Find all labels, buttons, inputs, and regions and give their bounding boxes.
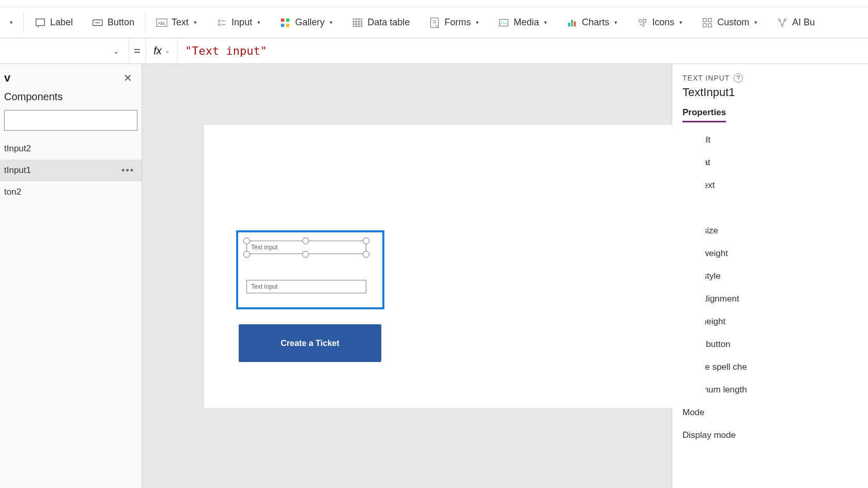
svg-rect-11 — [286, 18, 289, 21]
prop-clearbutton[interactable]: Clear button — [683, 339, 868, 350]
close-icon[interactable]: ✕ — [123, 72, 132, 84]
tab-properties[interactable]: Properties — [683, 107, 726, 122]
selection-handle[interactable] — [302, 251, 309, 258]
datatable-icon — [352, 17, 363, 28]
ribbon-text[interactable]: Abc Text ▾ — [146, 7, 206, 38]
ribbon-button[interactable]: Button — [82, 7, 144, 38]
ribbon-forms-text: Forms — [444, 17, 471, 28]
chevron-down-icon: ▾ — [330, 19, 333, 26]
ribbon-input[interactable]: Input ▾ — [206, 7, 270, 38]
chevron-down-icon: ▾ — [614, 19, 617, 26]
help-icon[interactable]: ? — [734, 73, 743, 83]
prop-textalignment[interactable]: Text alignment — [683, 294, 868, 304]
prop-format[interactable]: Format — [683, 158, 868, 168]
prop-displaymode[interactable]: Display mode — [683, 430, 868, 440]
tree-item-textinput2[interactable]: tInput2 — [0, 138, 142, 160]
ribbon-custom[interactable]: Custom ▾ — [692, 7, 767, 38]
svg-rect-27 — [643, 19, 646, 22]
textinput-placeholder: Text input — [251, 283, 277, 290]
ribbon-gallery[interactable]: Gallery ▾ — [270, 7, 342, 38]
tree-item-label: ton2 — [4, 187, 21, 197]
selection-handle[interactable] — [363, 251, 369, 258]
prop-lineheight[interactable]: Line height — [683, 317, 868, 327]
ribbon-label-text: Label — [50, 17, 73, 28]
more-icon[interactable]: ••• — [121, 165, 134, 176]
ribbon-label[interactable]: Label — [25, 7, 82, 38]
work-area: v ✕ Components tInput2 tInput1 ••• ton2 … — [0, 64, 868, 488]
chevron-down-icon: ▾ — [257, 19, 260, 26]
svg-rect-31 — [703, 23, 706, 26]
prop-default[interactable]: Default — [683, 135, 868, 145]
tree-search-input[interactable] — [4, 110, 137, 131]
svg-rect-0 — [36, 19, 45, 25]
chevron-down-icon: ▾ — [10, 19, 13, 26]
tree-list: tInput2 tInput1 ••• ton2 — [0, 138, 142, 488]
aibuilder-icon — [777, 17, 788, 28]
svg-rect-24 — [571, 20, 573, 26]
charts-icon — [566, 17, 578, 28]
tree-section-label[interactable]: Components — [0, 88, 142, 110]
ribbon-icons-text: Icons — [652, 17, 674, 28]
button-label: Create a Ticket — [281, 339, 339, 348]
ribbon-media-text: Media — [514, 17, 539, 28]
prop-fontweight[interactable]: Font weight — [683, 248, 868, 259]
prop-mode[interactable]: Mode — [683, 407, 868, 418]
svg-point-6 — [219, 20, 221, 22]
tree-view-panel: v ✕ Components tInput2 tInput1 ••• ton2 — [0, 64, 142, 488]
prop-maxlength[interactable]: Maximum length — [683, 385, 868, 395]
tree-item-textinput1[interactable]: tInput1 ••• — [0, 160, 142, 181]
app-screen[interactable]: Text input Text input Create a Ticket — [204, 125, 705, 408]
fx-button[interactable]: fx ⌄ — [146, 38, 178, 64]
create-ticket-button[interactable]: Create a Ticket — [239, 324, 381, 362]
tree-item-label: tInput1 — [4, 165, 31, 176]
selection-handle[interactable] — [302, 238, 309, 244]
svg-point-26 — [639, 19, 642, 22]
media-icon — [498, 17, 509, 28]
separator — [145, 12, 145, 33]
ribbon-aibuilder[interactable]: AI Bu — [767, 7, 824, 38]
selection-handle[interactable] — [243, 238, 250, 244]
insert-ribbon: ▾ Label Button Abc Text ▾ Input ▾ Galler… — [0, 7, 868, 38]
svg-rect-10 — [281, 18, 284, 21]
svg-point-35 — [781, 24, 783, 26]
ribbon-gallery-text: Gallery — [295, 17, 324, 28]
ribbon-icons[interactable]: +2 Icons ▾ — [627, 7, 692, 38]
textinput-2[interactable]: Text input — [246, 280, 366, 293]
selection-handle[interactable] — [363, 238, 369, 244]
equals-sign: = — [129, 38, 146, 64]
ribbon-media[interactable]: Media ▾ — [488, 7, 556, 38]
control-name[interactable]: TextInput1 — [683, 86, 868, 99]
ribbon-more[interactable]: ▾ — [3, 7, 22, 38]
properties-list: Default Format Hint text Font Font size … — [683, 135, 868, 440]
input-icon — [216, 17, 227, 28]
ribbon-forms[interactable]: Forms ▾ — [419, 7, 488, 38]
ribbon-custom-text: Custom — [717, 17, 749, 28]
svg-point-8 — [219, 23, 221, 25]
svg-rect-23 — [568, 23, 570, 26]
text-icon: Abc — [156, 18, 167, 27]
ribbon-text-text: Text — [172, 17, 189, 28]
ribbon-charts[interactable]: Charts ▾ — [556, 7, 627, 38]
forms-icon — [429, 17, 440, 28]
prop-fontsize[interactable]: Font size — [683, 226, 868, 236]
property-selector[interactable]: ⌄ — [0, 38, 129, 64]
svg-rect-12 — [281, 23, 284, 26]
prop-font[interactable]: Font — [683, 203, 868, 213]
ribbon-aibuilder-text: AI Bu — [792, 17, 815, 28]
tree-item-button2[interactable]: ton2 — [0, 181, 142, 203]
canvas[interactable]: Text input Text input Create a Ticket — [142, 64, 672, 488]
svg-rect-22 — [500, 19, 508, 26]
svg-text:Abc: Abc — [158, 21, 165, 25]
svg-rect-25 — [574, 21, 576, 26]
chevron-down-icon: ⌄ — [113, 47, 119, 55]
prop-hinttext[interactable]: Hint text — [683, 180, 868, 191]
prop-fontstyle[interactable]: Font style — [683, 271, 868, 281]
prop-spellcheck[interactable]: Enable spell che — [683, 362, 868, 372]
svg-rect-14 — [353, 19, 362, 26]
custom-icon — [702, 17, 713, 28]
ribbon-datatable[interactable]: Data table — [342, 7, 419, 38]
chevron-down-icon: ⌄ — [165, 48, 169, 54]
selection-handle[interactable] — [243, 251, 250, 258]
formula-input[interactable] — [178, 38, 868, 64]
control-type-label: TEXT INPUT ? — [683, 73, 868, 83]
